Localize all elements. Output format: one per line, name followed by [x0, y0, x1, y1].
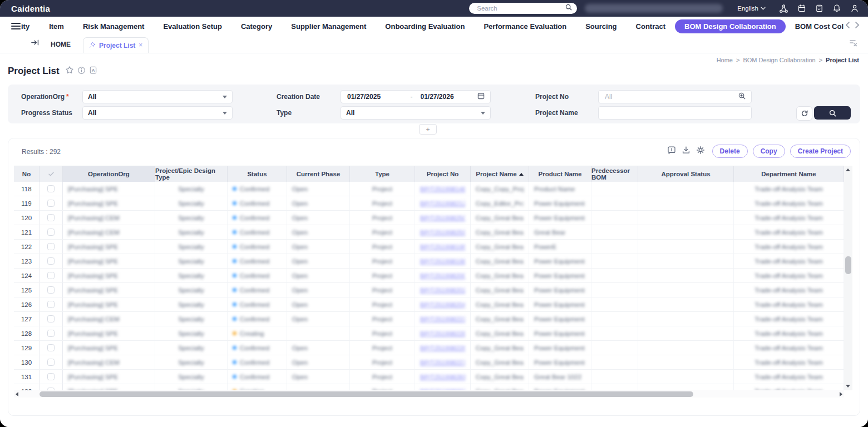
copy-button[interactable]: Copy: [753, 145, 785, 158]
favorite-star-icon[interactable]: [65, 66, 74, 77]
project-no-link[interactable]: BP/T251998202: [420, 287, 465, 294]
memo-icon[interactable]: [815, 4, 823, 13]
row-checkbox[interactable]: [47, 359, 55, 366]
breadcrumb-item-home[interactable]: Home: [717, 57, 733, 63]
column-header-department-name[interactable]: Department Name: [734, 166, 844, 182]
search-button[interactable]: [814, 106, 851, 120]
row-checkbox[interactable]: [47, 214, 55, 221]
menu-item-category[interactable]: Category: [231, 19, 282, 33]
progress-status-select[interactable]: All: [82, 106, 233, 120]
project-no-link[interactable]: BP/T251998148: [420, 186, 465, 192]
hamburger-icon[interactable]: [11, 23, 21, 29]
project-no-link[interactable]: BP/T251998281: [420, 374, 465, 380]
global-search[interactable]: [469, 3, 577, 14]
project-no-link[interactable]: BP/T251998223: [420, 316, 465, 322]
menu-scroll-right-icon[interactable]: [855, 21, 860, 31]
creation-date-from-input[interactable]: [346, 92, 404, 101]
breadcrumb-item-bom-design-collaboration[interactable]: BOM Design Collaboration: [743, 57, 815, 63]
project-name-input[interactable]: [604, 108, 746, 117]
table-row[interactable]: 128[Purchasing] SPESpecialtyCreatingProj…: [14, 326, 844, 341]
project-no-link[interactable]: BP/T251998259: [420, 229, 465, 236]
creation-date-to-input[interactable]: [420, 92, 477, 101]
column-header-project-no[interactable]: Project No: [415, 166, 471, 182]
table-row[interactable]: 122[Purchasing] SPESpecialtyConfirmedOpe…: [14, 240, 844, 254]
project-no-input[interactable]: [604, 92, 738, 101]
scroll-up-arrow[interactable]: [846, 168, 850, 171]
column-header-project-name[interactable]: Project Name: [471, 166, 529, 182]
menu-item-sourcing[interactable]: Sourcing: [576, 19, 626, 33]
menu-item-evaluation-setup[interactable]: Evaluation Setup: [154, 19, 231, 33]
project-no-link[interactable]: BP/T251998212: [420, 200, 465, 207]
menu-item-contract[interactable]: Contract: [627, 19, 675, 33]
project-no-link[interactable]: BP/T251998200: [420, 272, 465, 279]
row-checkbox[interactable]: [47, 185, 55, 192]
column-header-project-epic-design-type[interactable]: Project/Epic Design Type: [155, 166, 228, 182]
calendar-icon[interactable]: [477, 92, 485, 102]
info-icon[interactable]: [77, 66, 86, 77]
column-header-approval-status[interactable]: Approval Status: [638, 166, 734, 182]
tab-home[interactable]: HOME: [51, 41, 71, 48]
scroll-down-arrow[interactable]: [846, 385, 850, 388]
project-no-link[interactable]: BP/T251998250: [420, 215, 465, 221]
column-header-predecessor-bom[interactable]: Predecessor BOM: [591, 166, 638, 182]
operation-org-select[interactable]: All: [82, 90, 233, 103]
vertical-scrollbar-thumb[interactable]: [845, 256, 851, 274]
user-icon[interactable]: [850, 4, 859, 13]
tab-project-list[interactable]: Project List ×: [83, 37, 149, 53]
row-checkbox[interactable]: [47, 200, 55, 207]
collapse-sidebar-icon[interactable]: [31, 38, 40, 49]
language-selector[interactable]: English: [737, 5, 766, 12]
row-checkbox[interactable]: [47, 373, 55, 380]
project-no-link[interactable]: BP/T251998198: [420, 258, 465, 265]
global-search-input[interactable]: [476, 4, 565, 12]
calendar-icon[interactable]: [797, 4, 806, 13]
menu-item-bom-cost-collaboration[interactable]: BOM Cost Collaboration: [786, 19, 844, 33]
column-header-operationorg[interactable]: OperationOrg: [63, 166, 155, 182]
table-row[interactable]: 119[Purchasing] SPESpecialtyConfirmedOpe…: [14, 196, 844, 211]
column-header-select-all[interactable]: [40, 166, 63, 182]
project-no-link[interactable]: BP/T251998227: [420, 359, 465, 366]
table-row[interactable]: 125[Purchasing] SPESpecialtyConfirmedOpe…: [14, 283, 844, 297]
delete-button[interactable]: Delete: [712, 145, 748, 158]
download-icon[interactable]: [682, 146, 691, 157]
table-row[interactable]: 131[Purchasing] SPESpecialtyConfirmedOpe…: [14, 370, 844, 384]
menu-item-item[interactable]: Item: [40, 19, 73, 33]
menu-scroll-left-icon[interactable]: [845, 21, 850, 31]
row-checkbox[interactable]: [47, 243, 55, 250]
breadcrumb-item-project-list[interactable]: Project List: [826, 57, 859, 63]
row-checkbox[interactable]: [47, 330, 55, 337]
refresh-button[interactable]: [796, 106, 812, 121]
table-row[interactable]: 120[Purchasing] CEMSpecialtyConfirmedOpe…: [14, 211, 844, 225]
table-row[interactable]: 121[Purchasing] CEMSpecialtyConfirmedOpe…: [14, 225, 844, 240]
create-project-button[interactable]: Create Project: [790, 145, 851, 158]
table-row[interactable]: 129[Purchasing] SPESpecialtyConfirmedOpe…: [14, 341, 844, 355]
menu-item-partial[interactable]: ity: [21, 22, 29, 31]
row-checkbox[interactable]: [47, 315, 55, 322]
row-checkbox[interactable]: [47, 286, 55, 294]
table-row[interactable]: 124[Purchasing] SPESpecialtyConfirmedOpe…: [14, 269, 844, 283]
horizontal-scrollbar[interactable]: [14, 390, 844, 398]
menu-item-risk-management[interactable]: Risk Management: [73, 19, 154, 33]
project-no-link[interactable]: BP/T251998195: [420, 244, 465, 250]
project-no-link[interactable]: BP/T251998226: [420, 345, 465, 351]
row-checkbox[interactable]: [47, 257, 55, 265]
row-checkbox[interactable]: [47, 272, 55, 279]
horizontal-scrollbar-thumb[interactable]: [40, 391, 693, 397]
pin-icon[interactable]: [89, 41, 96, 51]
column-header-type[interactable]: Type: [350, 166, 415, 182]
bell-icon[interactable]: [832, 4, 841, 13]
scroll-right-arrow[interactable]: [840, 392, 842, 396]
menu-item-onboarding-evaluation[interactable]: Onboarding Evaluation: [376, 19, 474, 33]
column-header-status[interactable]: Status: [228, 166, 287, 182]
scroll-left-arrow[interactable]: [16, 392, 18, 396]
project-no-link[interactable]: BP/T251998228: [420, 330, 465, 337]
search-icon[interactable]: [565, 3, 573, 13]
vertical-scrollbar[interactable]: [844, 166, 852, 390]
menu-item-supplier-management[interactable]: Supplier Management: [282, 19, 376, 33]
table-row[interactable]: 123[Purchasing] SPESpecialtyConfirmedOpe…: [14, 254, 844, 269]
close-all-tabs-icon[interactable]: [849, 39, 858, 49]
menu-item-bom-design-collaboration[interactable]: BOM Design Collaboration: [675, 19, 786, 33]
row-checkbox[interactable]: [47, 301, 55, 308]
row-checkbox[interactable]: [47, 229, 55, 236]
table-row[interactable]: 130[Purchasing] CEMSpecialtyConfirmedOpe…: [14, 355, 844, 370]
